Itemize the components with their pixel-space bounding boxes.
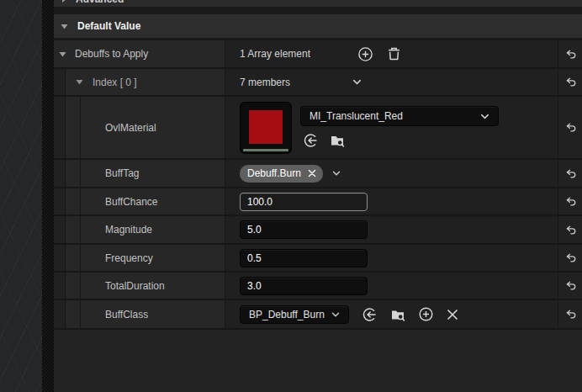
delete-array-icon[interactable] [387, 46, 401, 61]
name-cell: OvlMaterial [54, 97, 225, 158]
reset-to-default-icon[interactable] [564, 279, 577, 292]
property-label: BuffChance [81, 196, 158, 208]
revert-cell [558, 300, 582, 328]
indent-rail [54, 300, 66, 328]
material-preview-swatch [249, 110, 283, 144]
name-cell: Debuffs to Apply [54, 40, 225, 67]
chevron-down-icon[interactable] [331, 167, 342, 179]
revert-cell [558, 216, 582, 243]
property-label: TotalDuration [81, 280, 165, 292]
material-thumbnail[interactable] [240, 102, 292, 154]
use-selected-asset-icon[interactable] [302, 132, 319, 149]
indent-rail [66, 160, 81, 187]
value-cell [225, 216, 558, 243]
panel-splitter[interactable] [42, 0, 54, 392]
indent-rail [54, 188, 66, 215]
buff-class-dropdown[interactable]: BP_Debuff_Burn [240, 305, 349, 324]
row-frequency: Frequency [54, 245, 582, 273]
indent-rail [66, 97, 81, 158]
details-panel-window: Advanced Default Value Debuffs to Apply … [0, 0, 582, 392]
array-element-count: 1 Array element [240, 48, 310, 60]
row-buff-chance: BuffChance [54, 188, 582, 216]
material-asset-dropdown[interactable]: MI_Translucent_Red [300, 106, 499, 126]
row-index-0: Index [ 0 ] 7 members [54, 69, 582, 97]
revert-cell [558, 273, 582, 299]
buff-chance-input[interactable] [240, 193, 368, 211]
frequency-input[interactable] [240, 249, 368, 268]
property-label: BuffTag [81, 167, 139, 179]
total-duration-input[interactable] [240, 277, 368, 295]
use-selected-asset-icon[interactable] [361, 306, 378, 323]
value-cell [225, 188, 558, 215]
indent-rail [54, 69, 66, 95]
indent-rail [54, 245, 66, 271]
reset-to-default-icon[interactable] [564, 76, 577, 88]
name-cell: BuffClass [54, 300, 225, 328]
reset-to-default-icon[interactable] [564, 308, 577, 320]
material-asset-name: MI_Translucent_Red [310, 110, 403, 122]
indent-rail [54, 216, 66, 243]
revert-cell [558, 160, 582, 187]
value-cell: 7 members [225, 69, 558, 95]
gameplay-tag-chip[interactable]: Debuff.Burn [240, 165, 323, 183]
asset-type-color-bar [243, 149, 288, 151]
value-cell: MI_Translucent_Red [225, 97, 558, 158]
reset-to-default-icon[interactable] [564, 195, 577, 208]
expander-down-icon[interactable] [57, 49, 68, 60]
property-label: OvlMaterial [81, 122, 156, 134]
reset-to-default-icon[interactable] [564, 224, 577, 236]
category-title: Default Value [77, 20, 140, 32]
name-cell: TotalDuration [54, 273, 225, 299]
chevron-right-icon[interactable] [59, 0, 69, 4]
value-cell: Debuff.Burn [225, 160, 558, 187]
name-cell: BuffChance [54, 188, 225, 215]
chevron-down-icon [479, 110, 491, 123]
name-cell: Magnitude [54, 216, 225, 243]
magnitude-input[interactable] [240, 220, 368, 239]
panel-empty-area [54, 330, 582, 392]
clear-asset-icon[interactable] [446, 308, 459, 321]
browse-to-asset-icon[interactable] [329, 132, 346, 149]
indent-rail [66, 300, 81, 328]
row-buff-tag: BuffTag Debuff.Burn [54, 160, 582, 188]
expander-down-icon[interactable] [66, 77, 85, 87]
value-cell [225, 245, 558, 271]
revert-cell [558, 97, 582, 158]
revert-cell [558, 188, 582, 215]
index-label: Index [ 0 ] [85, 77, 137, 88]
value-cell [225, 273, 558, 299]
value-cell: BP_Debuff_Burn [225, 300, 558, 328]
reset-to-default-icon[interactable] [564, 252, 577, 264]
value-cell: 1 Array element [225, 40, 558, 67]
reset-to-default-icon[interactable] [564, 48, 577, 61]
name-cell: Frequency [54, 245, 225, 271]
reset-to-default-icon[interactable] [564, 167, 577, 180]
details-panel: Advanced Default Value Debuffs to Apply … [54, 0, 582, 392]
category-row-default-value[interactable]: Default Value [54, 14, 582, 40]
property-label: BuffClass [81, 309, 148, 320]
indent-rail [54, 160, 66, 187]
make-new-asset-icon[interactable] [418, 306, 434, 322]
property-label: Magnitude [81, 224, 152, 236]
row-magnitude: Magnitude [54, 216, 582, 245]
browse-to-asset-icon[interactable] [389, 306, 406, 323]
indent-rail [54, 273, 66, 299]
tag-name: Debuff.Burn [247, 167, 301, 179]
category-row-advanced[interactable]: Advanced [54, 0, 582, 7]
reset-to-default-icon[interactable] [564, 121, 577, 134]
buff-class-name: BP_Debuff_Burn [249, 309, 325, 320]
indent-rail [66, 188, 81, 215]
revert-cell [558, 40, 582, 67]
indent-rail [54, 97, 66, 158]
chevron-down-icon[interactable] [351, 76, 363, 88]
row-total-duration: TotalDuration [54, 273, 582, 300]
add-array-element-icon[interactable] [357, 46, 373, 62]
indent-rail [66, 216, 81, 243]
revert-cell [558, 245, 582, 271]
revert-cell [558, 69, 582, 95]
row-ovl-material: OvlMaterial MI_Translucent_Red [54, 97, 582, 160]
row-debuffs-to-apply: Debuffs to Apply 1 Array element [54, 40, 582, 69]
remove-tag-icon[interactable] [307, 168, 317, 178]
members-count: 7 members [240, 77, 290, 88]
chevron-down-icon[interactable] [59, 21, 70, 32]
